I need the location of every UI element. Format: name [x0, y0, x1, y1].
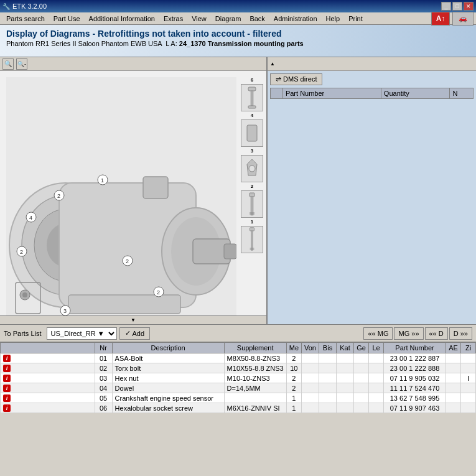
menu-help[interactable]: Help	[322, 14, 344, 24]
cell-info[interactable]: i	[1, 403, 95, 413]
col-header-ae: AE	[446, 343, 461, 353]
mg-prev-button[interactable]: «« MG	[363, 327, 393, 340]
header-subtitle: Phantom RR1 Series II Saloon Phantom EWB…	[6, 40, 470, 47]
menu-extras[interactable]: Extras	[160, 14, 187, 24]
part-thumb-1[interactable]	[241, 226, 263, 253]
close-button[interactable]: ✕	[464, 2, 474, 11]
svg-text:2: 2	[57, 193, 60, 199]
cell-ge	[354, 363, 369, 373]
menu-administration[interactable]: Administration	[270, 14, 321, 24]
cell-info[interactable]: i	[1, 383, 95, 393]
cell-me: 2	[286, 373, 301, 383]
cell-bis	[319, 363, 337, 373]
search-toolbar-button[interactable]: A↑	[431, 12, 450, 26]
main-content: 🔍 🔍-	[0, 57, 476, 325]
menu-part-use[interactable]: Part Use	[50, 14, 84, 24]
svg-rect-42	[250, 193, 254, 197]
parts-table-right: Part Number Quantity N	[270, 88, 474, 99]
cell-kat	[337, 373, 354, 383]
la-label: L A:	[166, 40, 177, 47]
cell-bis	[319, 403, 337, 413]
cell-desc: Hexalobular socket screw	[112, 403, 224, 413]
menu-back[interactable]: Back	[246, 14, 268, 24]
dms-direct-button[interactable]: ⇌ DMS direct	[270, 73, 322, 85]
svg-rect-9	[224, 244, 236, 259]
diagram-ref: 24_1370 Transmission mounting parts	[179, 40, 304, 47]
menu-view[interactable]: View	[188, 14, 210, 24]
table-row[interactable]: i 03 Hex nut M10-10-ZNS3 2 07 11 9 905 0…	[1, 373, 476, 383]
cell-supp: M10-10-ZNS3	[224, 373, 286, 383]
cell-info[interactable]: i	[1, 393, 95, 403]
svg-rect-11	[68, 295, 180, 314]
cell-pn: 13 62 7 548 995	[384, 393, 446, 403]
bottom-nav: To Parts List US_Direct_RR ▼ ✓ Add «« MG…	[0, 325, 476, 342]
scroll-arrow-up-right[interactable]: ▲	[270, 61, 275, 67]
col-header-nr: Nr	[95, 343, 112, 353]
table-row[interactable]: i 02 Torx bolt M10X55-8.8 ZNS3 10 23 00 …	[1, 363, 476, 373]
parts-table: Nr Description Supplement Me Von Bis Kat…	[0, 342, 476, 413]
add-button[interactable]: ✓ Add	[119, 327, 151, 340]
col-header-kat: Kat	[337, 343, 354, 353]
scroll-arrow-bottom[interactable]: ▼	[0, 315, 266, 324]
info-icon[interactable]: i	[3, 375, 11, 382]
svg-rect-46	[250, 228, 254, 231]
col-header-le: Le	[369, 343, 384, 353]
info-icon[interactable]: i	[3, 385, 11, 392]
table-row[interactable]: i 04 Dowel D=14,5MM 2 11 11 7 524 470	[1, 383, 476, 393]
cell-le	[369, 383, 384, 393]
table-row[interactable]: i 06 Hexalobular socket screw M6X16-ZNNI…	[1, 403, 476, 413]
cell-kat	[337, 363, 354, 373]
cell-le	[369, 393, 384, 403]
table-row[interactable]: i 01 ASA-Bolt M8X50-8.8-ZNS3 2 23 00 1 2…	[1, 353, 476, 363]
cell-me: 1	[286, 393, 301, 403]
cell-info[interactable]: i	[1, 363, 95, 373]
parts-list-select[interactable]: US_Direct_RR ▼	[47, 327, 117, 340]
mg-next-button[interactable]: MG »»	[394, 327, 423, 340]
parts-table-body: i 01 ASA-Bolt M8X50-8.8-ZNS3 2 23 00 1 2…	[1, 353, 476, 413]
minimize-button[interactable]: _	[441, 2, 451, 11]
cell-ae	[446, 393, 461, 403]
part-thumb-2[interactable]	[241, 190, 263, 218]
svg-text:1: 1	[101, 177, 104, 184]
d-next-button[interactable]: D »»	[449, 327, 472, 340]
diagram-panel: 🔍 🔍-	[0, 57, 268, 324]
part-thumb-3[interactable]	[241, 155, 263, 182]
part-thumb-6[interactable]	[241, 84, 263, 111]
right-toolbar: ▲	[268, 57, 476, 71]
part-num-6: 6	[251, 77, 253, 83]
cell-bis	[319, 353, 337, 363]
menu-print[interactable]: Print	[345, 14, 366, 24]
cell-bis	[319, 383, 337, 393]
info-icon[interactable]: i	[3, 355, 11, 362]
zoom-in-button[interactable]: 🔍	[2, 58, 14, 70]
table-row[interactable]: i 05 Crankshaft engine speed sensor 1 13…	[1, 393, 476, 403]
menu-bar: Parts search Part Use Additional Informa…	[0, 12, 476, 25]
cell-supp: M10X55-8.8 ZNS3	[224, 363, 286, 373]
cell-info[interactable]: i	[1, 373, 95, 383]
cell-nr: 06	[95, 403, 112, 413]
info-icon[interactable]: i	[3, 404, 11, 412]
part-thumb-4[interactable]	[241, 119, 263, 147]
cell-von	[302, 353, 319, 363]
col-header-me: Me	[286, 343, 301, 353]
info-icon[interactable]: i	[3, 394, 11, 402]
menu-parts-search[interactable]: Parts search	[2, 14, 49, 24]
menu-diagram[interactable]: Diagram	[212, 14, 245, 24]
col-header-icon	[1, 343, 95, 353]
title-bar-controls: _ □ ✕	[441, 2, 474, 11]
svg-rect-10	[143, 177, 168, 198]
cell-nr: 05	[95, 393, 112, 403]
cell-info[interactable]: i	[1, 353, 95, 363]
cell-pn: 07 11 9 907 463	[384, 403, 446, 413]
d-prev-button[interactable]: «« D	[425, 327, 448, 340]
diagram-area[interactable]: 2 1 4 2 2 2 3 3 6 5 301726	[0, 71, 266, 315]
cell-me: 2	[286, 383, 301, 393]
zoom-out-button[interactable]: 🔍-	[16, 58, 27, 70]
info-icon[interactable]: i	[3, 365, 11, 372]
car-toolbar-button[interactable]: 🚗	[452, 12, 474, 26]
cell-ae	[446, 373, 461, 383]
menu-additional-info[interactable]: Additional Information	[85, 14, 159, 24]
nav-group: «« MG MG »» «« D D »»	[363, 327, 472, 340]
cell-pn: 23 00 1 222 887	[384, 353, 446, 363]
maximize-button[interactable]: □	[452, 2, 462, 11]
